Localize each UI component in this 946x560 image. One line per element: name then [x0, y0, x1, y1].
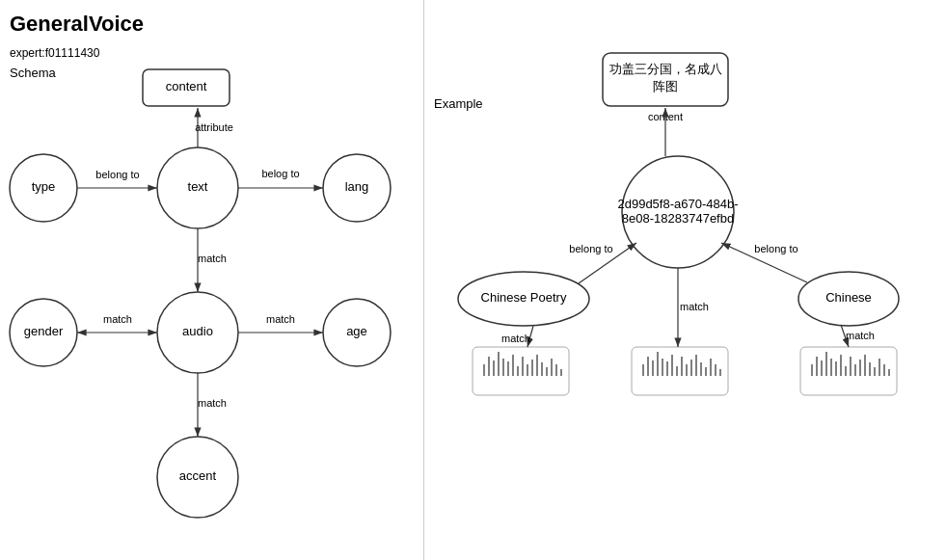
accent-label: accent: [179, 468, 217, 483]
match-label-1: match: [198, 253, 227, 264]
audio-label: audio: [182, 324, 213, 338]
match-label-poetry: match: [501, 333, 530, 344]
content-box-text-2: 阵图: [653, 79, 678, 93]
waveform-box-1: [473, 347, 569, 395]
waveform-box-3: [800, 347, 897, 395]
text-label: text: [188, 179, 208, 194]
attribute-edge-label: attribute: [195, 121, 233, 133]
gender-label: gender: [24, 324, 64, 338]
waveform-box-2: [632, 347, 728, 395]
age-label: age: [346, 324, 367, 338]
right-panel: Example 功盖三分国，名成八 阵图 content 2d99d5f8-a6…: [424, 0, 946, 560]
match-label-uuid: match: [680, 301, 709, 312]
type-label: type: [32, 179, 56, 194]
content-box-text-1: 功盖三分国，名成八: [609, 62, 722, 76]
match-label-3: match: [266, 313, 295, 325]
uuid-text-2: 8e08-18283747efbd: [622, 211, 734, 226]
chinese-label: Chinese: [825, 290, 872, 305]
belong-to-label-1: belong to: [95, 169, 139, 180]
belong-to-label-chinese: belong to: [754, 243, 797, 254]
match-label-4: match: [198, 397, 227, 409]
match-label-chinese: match: [846, 330, 875, 341]
left-panel: GeneralVoice expert:f01111430 Schema con…: [0, 0, 424, 560]
belog-to-label: belog to: [261, 168, 299, 179]
content-label: content: [166, 79, 207, 93]
uuid-text-1: 2d99d5f8-a670-484b-: [617, 197, 738, 211]
example-diagram: 功盖三分国，名成八 阵图 content 2d99d5f8-a670-484b-…: [424, 0, 946, 560]
main-container: GeneralVoice expert:f01111430 Schema con…: [0, 0, 946, 560]
match-label-2: match: [103, 313, 132, 325]
belong-to-label-poetry: belong to: [569, 243, 612, 254]
chinese-poetry-label: Chinese Poetry: [481, 290, 567, 305]
lang-label: lang: [345, 179, 369, 194]
schema-diagram: content text type lang audio gender age …: [0, 0, 424, 560]
